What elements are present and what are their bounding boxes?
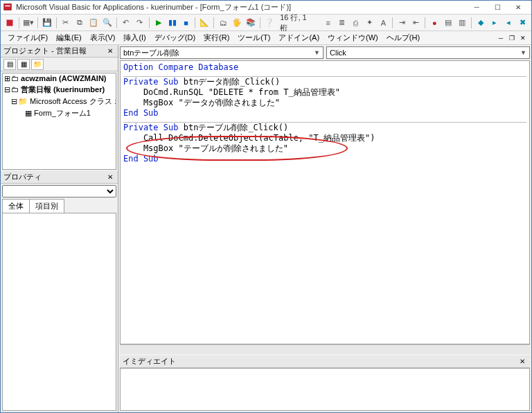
menu-tools[interactable]: ツール(T) <box>233 31 274 44</box>
bookmark-prev-icon[interactable]: ◂ <box>502 17 515 29</box>
design-mode-icon[interactable]: 📐 <box>198 17 211 29</box>
view-access-icon[interactable] <box>3 17 16 29</box>
menu-edit[interactable]: 編集(E) <box>52 31 86 44</box>
bookmark-next-icon[interactable]: ▸ <box>488 17 501 29</box>
view-object-icon[interactable]: ▦ <box>17 59 30 70</box>
insert-module-icon[interactable]: ▦▾ <box>22 17 35 29</box>
comment-icon[interactable]: ▤ <box>442 17 454 29</box>
object-combo-value: btnテーブル削除 <box>123 48 179 58</box>
list-constants-icon[interactable]: ≣ <box>336 17 348 29</box>
window-title: Microsoft Visual Basic for Applications … <box>16 2 466 12</box>
project-panel-title: プロジェクト - 営業日報 <box>3 46 87 56</box>
right-pane: btnテーブル削除 ▼ Click ▼ Option Compare Datab… <box>118 45 531 412</box>
app-icon <box>3 3 13 12</box>
properties-window-icon[interactable]: 🖐 <box>231 17 243 29</box>
menu-file[interactable]: ファイル(F) <box>3 31 52 44</box>
breakpoint-icon[interactable]: ● <box>428 17 441 29</box>
tree-folder[interactable]: Microsoft Access クラス オブ <box>30 97 116 105</box>
quick-info-icon[interactable]: ⎙ <box>350 17 362 29</box>
toggle-folders-icon[interactable]: 📁 <box>31 59 44 70</box>
menu-help[interactable]: ヘルプ(H) <box>382 31 424 44</box>
code-editor[interactable]: Option Compare Database Private Sub btnデ… <box>120 60 530 344</box>
chevron-down-icon: ▼ <box>520 49 526 56</box>
properties-panel-header: プロパティ ✕ <box>1 171 118 184</box>
project-panel-header: プロジェクト - 営業日報 ✕ <box>1 45 118 58</box>
mdi-restore-button[interactable]: ❐ <box>506 33 517 43</box>
tree-form-item[interactable]: Form_フォーム1 <box>34 109 91 117</box>
close-button[interactable]: ✕ <box>508 1 529 14</box>
minimize-button[interactable]: ─ <box>466 1 487 14</box>
title-bar: Microsoft Visual Basic for Applications … <box>1 1 531 15</box>
find-icon[interactable]: 🔍 <box>101 17 114 29</box>
project-toolbar: ▤ ▦ 📁 <box>1 58 118 71</box>
svg-rect-0 <box>4 3 12 10</box>
reset-icon[interactable]: ■ <box>179 17 192 29</box>
complete-word-icon[interactable]: A <box>377 17 389 29</box>
menu-run[interactable]: 実行(R) <box>200 31 233 44</box>
cut-icon[interactable]: ✂ <box>60 17 72 29</box>
properties-object-combo[interactable] <box>2 185 116 197</box>
procedure-combo[interactable]: Click ▼ <box>326 46 530 59</box>
menu-bar: ファイル(F) 編集(E) 表示(V) 挿入(I) デバッグ(D) 実行(R) … <box>1 31 531 45</box>
redo-icon[interactable]: ↷ <box>134 17 146 29</box>
indent-icon[interactable]: ⇥ <box>396 17 408 29</box>
immediate-window[interactable] <box>120 368 530 411</box>
properties-tab-categorized[interactable]: 項目別 <box>29 199 64 213</box>
paste-icon[interactable]: 📋 <box>87 17 100 29</box>
list-properties-icon[interactable]: ≡ <box>322 17 335 29</box>
view-code-icon[interactable]: ▤ <box>3 59 16 70</box>
procedure-combo-value: Click <box>330 49 346 57</box>
run-icon[interactable]: ▶ <box>152 17 165 29</box>
toolbar-main: ▦▾ 💾 ✂ ⧉ 📋 🔍 ↶ ↷ ▶ ▮▮ ■ 📐 🗂 🖐 📚 ❔ 16 行, … <box>1 15 531 31</box>
outdent-icon[interactable]: ⇤ <box>409 17 422 29</box>
menu-addins[interactable]: アドイン(A) <box>274 31 323 44</box>
immediate-panel-close-icon[interactable]: ✕ <box>517 357 527 367</box>
bookmark-clear-icon[interactable]: ✖ <box>516 17 529 29</box>
menu-debug[interactable]: デバッグ(D) <box>150 31 200 44</box>
cursor-position: 16 行, 1 桁 <box>277 12 319 33</box>
svg-rect-1 <box>5 5 10 6</box>
parameter-info-icon[interactable]: ✦ <box>364 17 376 29</box>
chevron-down-icon: ▼ <box>314 49 320 56</box>
properties-panel-close-icon[interactable]: ✕ <box>105 173 115 182</box>
undo-icon[interactable]: ↶ <box>120 17 132 29</box>
mdi-close-button[interactable]: ✕ <box>517 33 529 43</box>
immediate-panel-title: イミディエイト <box>123 356 176 367</box>
properties-panel-title: プロパティ <box>3 172 42 182</box>
help-icon[interactable]: ❔ <box>263 17 276 29</box>
code-scrollbar[interactable] <box>120 344 530 354</box>
menu-window[interactable]: ウィンドウ(W) <box>323 31 382 44</box>
properties-grid[interactable] <box>2 213 116 411</box>
left-pane: プロジェクト - 営業日報 ✕ ▤ ▦ 📁 ⊞🗀 acwzmain (ACWZM… <box>1 45 118 412</box>
svg-rect-2 <box>6 19 12 26</box>
tree-acwzmain[interactable]: acwzmain (ACWZMAIN) <box>21 74 106 82</box>
copy-icon[interactable]: ⧉ <box>73 17 86 29</box>
menu-view[interactable]: 表示(V) <box>86 31 120 44</box>
object-combo[interactable]: btnテーブル削除 ▼ <box>120 46 323 59</box>
properties-tab-all[interactable]: 全体 <box>2 199 30 213</box>
menu-insert[interactable]: 挿入(I) <box>119 31 150 44</box>
maximize-button[interactable]: ☐ <box>487 1 508 14</box>
break-icon[interactable]: ▮▮ <box>166 17 179 29</box>
uncomment-icon[interactable]: ▥ <box>456 17 468 29</box>
object-browser-icon[interactable]: 📚 <box>245 17 257 29</box>
mdi-minimize-button[interactable]: ─ <box>495 33 506 43</box>
immediate-panel-header: イミディエイト ✕ <box>120 355 530 368</box>
tree-project-root[interactable]: 営業日報 (kuerinumber) <box>21 85 105 94</box>
project-panel-close-icon[interactable]: ✕ <box>105 46 115 56</box>
project-explorer-icon[interactable]: 🗂 <box>217 17 229 29</box>
save-icon[interactable]: 💾 <box>41 17 53 29</box>
project-tree[interactable]: ⊞🗀 acwzmain (ACWZMAIN) ⊟🗀 営業日報 (kuerinum… <box>2 73 116 170</box>
bookmark-toggle-icon[interactable]: ◆ <box>475 17 487 29</box>
